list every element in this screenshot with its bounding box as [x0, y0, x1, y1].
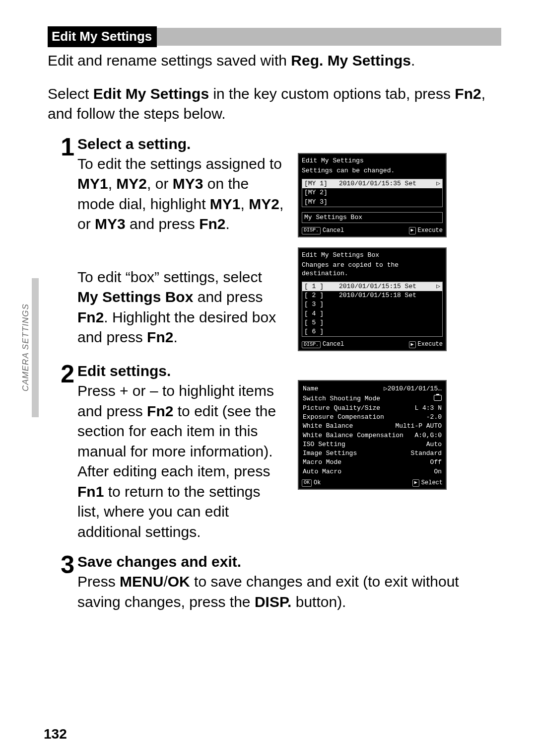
shot2-row-val: 2010/01/01/15:18 Set — [339, 292, 416, 300]
shot2-row-key: [ 6 ] — [304, 328, 339, 336]
text: To edit “box” settings, select — [77, 269, 262, 285]
shot3-row: White Balance CompensationA:0,G:0 — [302, 431, 443, 440]
button-ref-disp: DISP. — [255, 594, 292, 610]
shot3-hdr-r: ▷2010/01/01/15… — [384, 385, 442, 393]
ok-icon: OK — [302, 479, 312, 487]
step-1: 1 Select a setting. To edit the settings… — [48, 135, 501, 352]
text: Press — [77, 573, 120, 590]
play-icon: ▷ — [436, 283, 440, 291]
button-ref-fn2: Fn2 — [147, 403, 173, 419]
shot3-v: Auto — [426, 441, 442, 449]
shot2-list: [ 1 ] 2010/01/01/15:15 Set ▷ [ 2 ] 2010/… — [302, 282, 443, 337]
side-tab-strip — [32, 278, 39, 417]
shot2-row-key: [ 2 ] — [304, 292, 339, 300]
camera-screenshot-1: Edit My Settings Settings can be changed… — [298, 153, 447, 238]
shot1-title: Edit My Settings — [302, 157, 443, 165]
shot2-title: Edit My Settings Box — [302, 251, 443, 259]
intro-paragraph-1: Edit and rename settings saved with Reg.… — [48, 51, 501, 71]
shot3-v: Standard — [411, 450, 442, 457]
text-bold: MY3 — [95, 216, 126, 232]
step-number: 3 — [55, 554, 74, 576]
shot3-header: Name ▷2010/01/01/15… — [302, 384, 443, 394]
text: Edit and rename settings saved with — [48, 52, 291, 69]
section-heading-strip: Edit My Settings — [48, 28, 501, 46]
shot2-row-key: [ 4 ] — [304, 310, 339, 318]
shot3-v: L 4:3 N — [414, 404, 442, 412]
shot3-v: -2.0 — [426, 413, 442, 421]
shot3-row: Picture Quality/SizeL 4:3 N — [302, 404, 443, 413]
step-title: Select a setting. — [77, 135, 501, 153]
shot2-row-key: [ 3 ] — [304, 301, 339, 308]
step-number: 2 — [55, 363, 74, 385]
manual-page: CAMERA SETTINGS Edit My Settings Edit an… — [0, 0, 536, 756]
page-number: 132 — [44, 726, 67, 742]
button-ref-fn2: Fn2 — [199, 216, 225, 232]
step-body: Select a setting. To edit the settings a… — [77, 135, 501, 352]
shot1-foot-r: Execute — [418, 227, 443, 234]
shot1-row-2: [MY 2] — [302, 188, 442, 197]
text-bold: Edit My Settings — [93, 85, 209, 102]
step-3: 3 Save changes and exit. Press MENU/OK t… — [48, 553, 501, 612]
text: button). — [291, 594, 346, 610]
shot3-v: On — [434, 468, 442, 476]
shot1-boxline: My Settings Box — [302, 212, 443, 223]
play-icon: ▶ — [409, 341, 416, 349]
shot3-row: White BalanceMulti-P AUTO — [302, 422, 443, 431]
button-ref-fn2: Fn2 — [147, 329, 173, 345]
text-bold: Reg. My Settings — [291, 52, 411, 69]
shot3-row: Exposure Compensation-2.0 — [302, 413, 443, 422]
text-bold: MY1 — [77, 175, 108, 192]
shot3-foot-r: Select — [421, 479, 443, 487]
intro-paragraph-2: Select Edit My Settings in the key custo… — [48, 84, 501, 124]
shot2-foot-r: Execute — [418, 341, 443, 348]
shot2-row: [ 6 ] — [302, 327, 442, 336]
step-title: Save changes and exit. — [77, 553, 501, 571]
shot3-k: Switch Shooting Mode — [303, 395, 380, 403]
shot1-row-1-key: [MY 1] — [304, 180, 339, 188]
shot3-foot-l: Ok — [314, 479, 321, 487]
button-ref-ok: OK — [168, 573, 190, 590]
text-bold: My Settings Box — [77, 289, 193, 305]
shot1-row-3: [MY 3] — [302, 198, 442, 207]
play-icon: ▷ — [436, 180, 440, 188]
text: , — [108, 175, 117, 192]
shot1-row-1: [MY 1] 2010/01/01/15:35 Set ▷ — [302, 179, 442, 188]
step-2: 2 Edit settings. Press + or – to highlig… — [48, 362, 501, 542]
shot3-v: Off — [430, 458, 442, 466]
step-body: Edit settings. Press + or – to highlight… — [77, 362, 501, 542]
shot1-footer: DISP.Cancel ▶Execute — [302, 227, 443, 234]
step-2-screenshots: Name ▷2010/01/01/15… Switch Shooting Mod… — [298, 380, 452, 542]
shot3-row: ISO SettingAuto — [302, 440, 443, 449]
shot3-k: Image Settings — [303, 450, 357, 457]
step-2-text: Press + or – to highlight items and pres… — [77, 381, 286, 542]
shot2-row: [ 5 ] — [302, 318, 442, 327]
shot3-k: ISO Setting — [303, 441, 345, 449]
shot1-foot-l: Cancel — [323, 227, 344, 234]
button-ref-fn2: Fn2 — [77, 309, 104, 325]
text-bold: MY2 — [249, 196, 279, 212]
shot3-k: Picture Quality/Size — [303, 404, 380, 412]
shot3-k: White Balance Compensation — [303, 432, 403, 440]
text-bold: MY1 — [210, 196, 241, 212]
step-title: Edit settings. — [77, 362, 501, 380]
step-1-subtext: To edit “box” settings, select My Settin… — [77, 267, 286, 348]
shot3-footer: OKOk ▶Select — [302, 479, 443, 487]
section-heading: Edit My Settings — [48, 26, 157, 47]
text: to return to the settings list, where yo… — [77, 483, 261, 540]
text: in the key custom options tab, press — [209, 85, 455, 102]
text: . — [411, 52, 415, 69]
text: , or — [147, 175, 173, 192]
text: , — [241, 196, 249, 212]
step-number: 1 — [55, 136, 74, 158]
text: . — [173, 329, 177, 345]
shot1-subtitle: Settings can be changed. — [302, 167, 443, 175]
button-ref-fn2: Fn2 — [455, 85, 481, 102]
text: / — [163, 573, 167, 590]
shot3-k: Auto Macro — [303, 468, 341, 476]
disp-icon: DISP. — [302, 341, 321, 349]
camera-icon — [434, 395, 442, 401]
shot2-row-key: [ 1 ] — [304, 283, 339, 291]
step-body: Save changes and exit. Press MENU/OK to … — [77, 553, 501, 612]
text: . — [225, 216, 229, 232]
text: and press — [193, 289, 263, 305]
